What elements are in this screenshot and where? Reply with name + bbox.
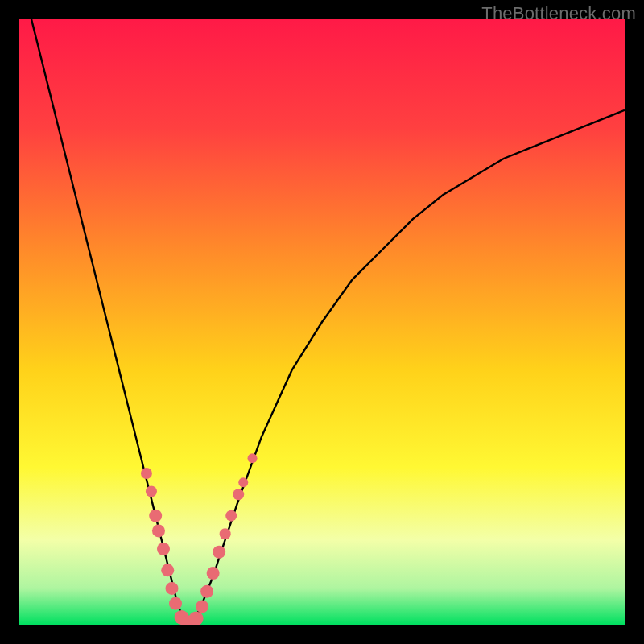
scatter-dot [207,567,220,580]
scatter-dot [141,468,152,479]
scatter-dot [248,453,258,463]
watermark-text: TheBottleneck.com [481,3,636,24]
scatter-dot [200,585,213,598]
scatter-dot [169,597,182,610]
scatter-dot [166,582,179,595]
scatter-dot [220,528,231,539]
scatter-dot [157,543,170,555]
scatter-dot [146,486,157,497]
scatter-dot [149,510,162,522]
scatter-dot [225,510,237,522]
chart-frame [19,19,625,625]
scatter-dot [233,489,244,500]
scatter-dot [152,524,165,537]
scatter-dot [161,564,174,576]
scatter-dot [213,546,225,559]
scatter-dot [196,600,208,613]
scatter-dot [238,477,248,487]
chart-svg [19,19,625,625]
